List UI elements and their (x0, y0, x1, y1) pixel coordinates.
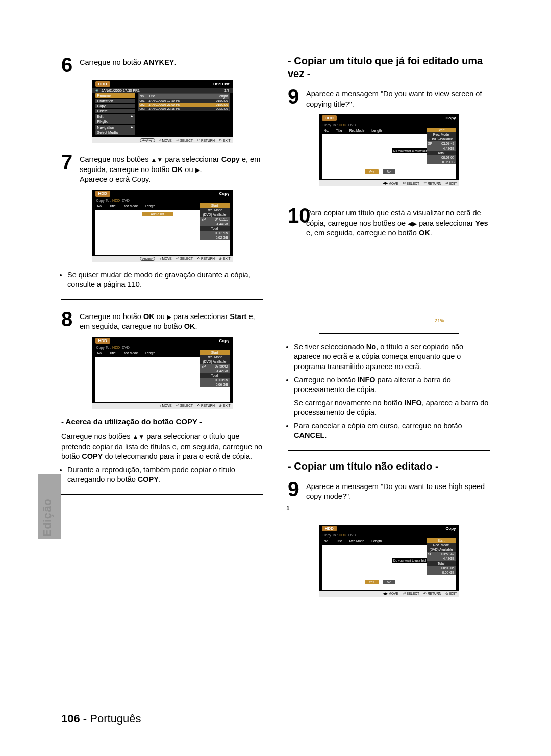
col-header: Length (209, 94, 228, 98)
step-number: 8 (61, 309, 76, 329)
yes-no-group: Yes No (365, 169, 395, 174)
left-column: 6 Carregue no botão ANYKEY. HDD Title Li… (61, 47, 263, 605)
hdd-badge: HDD (95, 191, 110, 197)
rule (288, 196, 490, 196)
step-number: 10 (288, 205, 302, 226)
table-row: 002JAN/01/2006 21:00 PR01:00:00 (139, 103, 229, 107)
paragraph: Se carregar novamente no botão INFO, apa… (294, 398, 490, 418)
step-text: Para copiar um título que está a visuali… (306, 208, 490, 238)
no-button: No (383, 580, 395, 584)
bullet-list: Durante a reprodução, também pode copiar… (67, 465, 263, 485)
right-column: - Copiar um título que já foi editado um… (288, 47, 490, 605)
menu-item: Copy (95, 104, 135, 108)
menu-item: Navigation▸ (95, 125, 135, 130)
rule (61, 47, 263, 47)
heading-copy-unedited-title: - Copiar um título não editado - (288, 460, 490, 473)
menu-item: Select Media (95, 130, 135, 135)
page-footer: 106 - Português (61, 712, 141, 725)
paragraph: Carregue nos botões ▲▼ para seleccionar … (61, 432, 263, 462)
screenshot-copy-addlist: HDD Copy Copy To : HDD DVD No.TitleRec.M… (92, 190, 233, 262)
page-language: Português (90, 712, 141, 725)
screenshot-copy-viewprompt: HDD Copy Copy To : HDD DVD No.TitleRec.M… (319, 114, 459, 186)
rule (61, 494, 263, 495)
title-table: No. Title Length 001JAN/01/2006 17:30 PR… (138, 93, 230, 111)
step-text: Carregue no botão OK ou ▶ para seleccion… (80, 312, 263, 332)
side-tab-label: Edição (41, 499, 54, 537)
menu-item: Protection (95, 99, 135, 103)
step-10: 10 Para copiar um título que está a visu… (288, 205, 490, 238)
note-bullet: Se quiser mudar de modo de gravação dura… (67, 270, 263, 290)
screenshot-progress: 21% (319, 245, 459, 334)
rule (61, 299, 263, 300)
step-number: 9-1 (288, 479, 302, 520)
step-7: 7 Carregue nos botões ▲▼ para selecciona… (61, 152, 263, 185)
menu-item: Rename (95, 93, 135, 98)
add-a-list-row: Add a list (142, 212, 173, 216)
rule (288, 450, 490, 451)
page-number: 106 - (61, 712, 87, 725)
menu-item: Delete (95, 109, 135, 113)
screenshot-copy-start: HDD Copy Copy To : HDD DVD No.TitleRec.M… (92, 337, 233, 409)
rule (288, 47, 490, 47)
table-row: 003JAN/01/2006 23:15 PR00:30:00 (139, 107, 229, 111)
step-text: Carregue nos botões ▲▼ para seleccionar … (80, 155, 263, 185)
step-number: 6 (61, 55, 76, 75)
no-button: No (383, 169, 395, 174)
table-row: 001JAN/01/2006 17:30 PR01:00:00 (139, 99, 229, 103)
yes-button: Yes (365, 169, 379, 174)
heading-copied-edited-title: - Copiar um título que já foi editado um… (288, 55, 490, 80)
page-index: 1/3 (224, 89, 230, 92)
copy-button-subheading: - Acerca da utilização do botão COPY - (61, 417, 263, 426)
step-text: Carregue no botão ANYKEY. (80, 58, 176, 68)
step-6: 6 Carregue no botão ANYKEY. (61, 55, 263, 75)
text-bold: ANYKEY (143, 58, 174, 66)
screenshot-copy-highspeed: HDD Copy Copy To : HDD DVD No.TitleRec.M… (319, 525, 459, 597)
text: . (174, 58, 176, 66)
progress-percent: 21% (435, 318, 444, 323)
col-header: Title (149, 94, 208, 98)
step-9: 9 Aparece a mensagem "Do you want to vie… (288, 86, 490, 109)
anykey-pill: Anykey (140, 138, 155, 142)
menu-item: Playlist (95, 119, 135, 124)
context-menu: Rename Protection Copy Delete Edit▸ Play… (95, 93, 135, 135)
title-list-label: Title List (213, 82, 230, 86)
timestamp: JAN/01/2006 17:30 PR1 (102, 89, 140, 92)
yes-button: Yes (365, 580, 379, 584)
screen-footer: Anykey ⟡MOVE ⏎SELECT ↶RETURN ⊘EXIT (92, 137, 233, 143)
side-panel: Start Rec. Mode (DVD) Available SP04:01:… (200, 203, 230, 240)
bullet-list: Se tiver seleccionado No, o título a ser… (294, 342, 490, 395)
bullet-list: Para cancelar a cópia em curso, carregue… (294, 421, 490, 441)
page: Edição 6 Carregue no botão ANYKEY. HDD T… (0, 0, 551, 756)
step-8: 8 Carregue no botão OK ou ▶ para selecci… (61, 309, 263, 332)
yes-no-group: Yes No (365, 580, 395, 584)
step-9-1: 9-1 Aparece a mensagem "Do you want to u… (288, 479, 490, 520)
clock-icon: ◉ (95, 88, 98, 92)
step-number: 9 (288, 86, 302, 107)
col-header: No. (140, 94, 148, 98)
menu-item: Edit▸ (95, 114, 135, 119)
text: Carregue no botão (80, 58, 143, 66)
step-text: Aparece a mensagem "Do you want to view … (306, 89, 490, 109)
hdd-badge: HDD (95, 81, 110, 87)
step-text: Aparece a mensagem "Do you want to use h… (306, 482, 490, 502)
step-number: 7 (61, 152, 76, 172)
screenshot-title-list: HDD Title List ◉ JAN/01/2006 17:30 PR1 1… (92, 80, 233, 143)
copy-label: Copy (219, 191, 230, 196)
